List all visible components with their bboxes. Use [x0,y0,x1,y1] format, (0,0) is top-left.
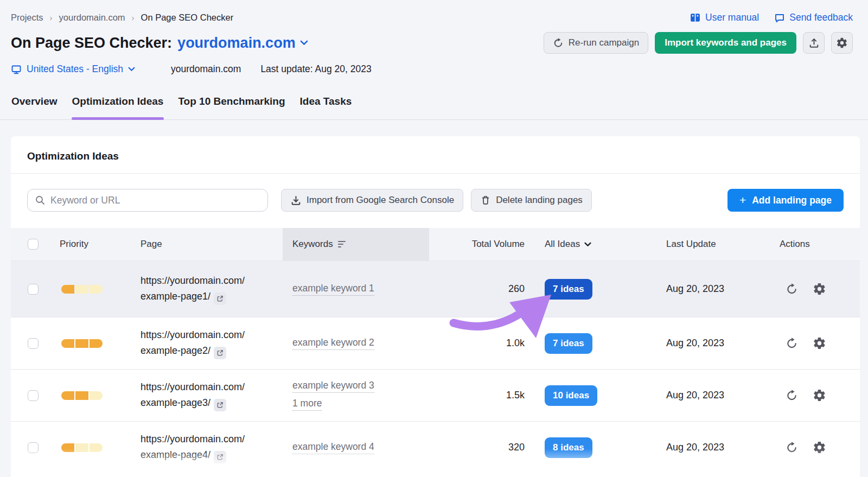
rerun-row-button[interactable] [786,441,798,454]
locale-label: United States - English [27,63,123,75]
table-row: https://yourdomain.com/ example-page2/ e… [11,317,860,369]
external-link-icon[interactable] [214,292,226,305]
priority-bar [61,443,103,452]
settings-button[interactable] [831,32,853,54]
external-link-icon[interactable] [214,451,226,463]
breadcrumb-current: On Page SEO Checker [141,12,234,23]
locale-dropdown[interactable]: United States - English [11,63,135,75]
gear-icon [813,282,826,296]
keyword-link[interactable]: example keyword 4 [292,441,374,454]
export-button[interactable] [803,32,825,54]
keyword-link[interactable]: example keyword 2 [292,337,374,350]
tab-bar: Overview Optimization Ideas Top 10 Bench… [0,92,868,120]
ideas-button[interactable]: 8 ideas [545,437,592,458]
row-settings-button[interactable] [813,336,826,350]
refresh-icon [786,389,798,402]
delete-landing-pages-label: Delete landing pages [496,195,583,206]
breadcrumb: Projects › yourdomain.com › On Page SEO … [11,12,233,23]
import-keywords-button[interactable]: Import keywords and pages [655,32,796,54]
last-update-value: Aug 20, 2023 [666,338,724,349]
rerun-row-button[interactable] [786,283,798,295]
user-manual-link[interactable]: User manual [690,12,759,23]
page-url: https://yourdomain.com/ example-page1/ [141,273,245,305]
priority-bar [61,339,103,348]
col-keywords-sort[interactable]: Keywords [283,228,429,260]
row-settings-button[interactable] [813,282,826,296]
breadcrumb-separator-icon: › [132,13,135,22]
table-header: Priority Page Keywords Total Volume All … [11,228,860,260]
user-manual-label: User manual [705,12,759,23]
search-input[interactable] [50,195,260,206]
refresh-icon [786,283,798,295]
last-update-value: Aug 20, 2023 [666,442,724,453]
send-feedback-link[interactable]: Send feedback [774,12,853,23]
import-gsc-button[interactable]: Import from Google Search Console [281,189,463,212]
optimization-ideas-card: Optimization Ideas Import from Google Se… [11,136,860,477]
chevron-down-icon [300,40,308,46]
tab-optimization-ideas[interactable]: Optimization Ideas [72,92,164,119]
col-last-update: Last Update [666,228,765,260]
col-priority: Priority [60,228,141,260]
priority-bar [61,391,103,400]
rerun-row-button[interactable] [786,389,798,402]
row-settings-button[interactable] [813,389,826,402]
sort-icon [338,241,346,248]
row-checkbox[interactable] [28,284,39,295]
total-volume-value: 1.0k [506,338,525,349]
rerun-row-button[interactable] [786,337,798,349]
ideas-button[interactable]: 7 ideas [545,279,592,300]
row-checkbox[interactable] [28,442,39,453]
breadcrumb-projects[interactable]: Projects [11,12,43,23]
campaign-domain-label: yourdomain.com [177,35,296,52]
page-url: https://yourdomain.com/ example-page4/ [141,431,245,463]
total-volume-value: 260 [508,283,525,295]
delete-landing-pages-button[interactable]: Delete landing pages [471,189,592,212]
row-checkbox[interactable] [28,390,39,401]
card-toolbar: Import from Google Search Console Delete… [11,174,860,212]
col-total-volume: Total Volume [429,228,525,260]
select-all-checkbox[interactable] [28,239,39,250]
total-volume-value: 320 [508,442,525,453]
tab-idea-tasks[interactable]: Idea Tasks [299,92,353,119]
trash-icon [480,195,491,206]
row-settings-button[interactable] [813,441,826,454]
gear-icon [813,441,826,454]
add-landing-page-button[interactable]: + Add landing page [727,189,844,212]
card-title: Optimization Ideas [11,136,860,174]
page-header: Projects › yourdomain.com › On Page SEO … [0,0,868,75]
keyword-link[interactable]: example keyword 3 [292,380,374,393]
ideas-button[interactable]: 10 ideas [545,385,597,406]
add-landing-page-label: Add landing page [752,195,832,206]
row-checkbox[interactable] [28,338,39,349]
refresh-icon [553,37,564,48]
rerun-campaign-button[interactable]: Re-run campaign [544,32,648,54]
refresh-icon [786,441,798,454]
download-icon [290,195,302,206]
last-update-text: Last update: Aug 20, 2023 [260,63,371,75]
page-title: On Page SEO Checker: yourdomain.com [11,35,308,52]
search-icon [35,195,45,205]
campaign-domain-dropdown[interactable]: yourdomain.com [177,35,308,52]
page-url: https://yourdomain.com/ example-page3/ [141,379,245,411]
more-keywords-link[interactable]: 1 more [292,398,322,411]
monitor-icon [11,64,22,75]
keyword-link[interactable]: example keyword 1 [292,283,374,296]
page-url: https://yourdomain.com/ example-page2/ [141,327,245,359]
refresh-icon [786,337,798,349]
external-link-icon[interactable] [214,399,226,411]
campaign-domain-text: yourdomain.com [171,63,241,75]
table-row: https://yourdomain.com/ example-page4/ e… [11,421,860,473]
ideas-table: Priority Page Keywords Total Volume All … [11,228,860,473]
table-row: https://yourdomain.com/ example-page3/ e… [11,369,860,421]
ideas-button[interactable]: 7 ideas [545,333,592,354]
last-update-value: Aug 20, 2023 [666,390,724,401]
gear-icon [836,37,848,49]
external-link-icon[interactable] [214,347,226,359]
chevron-down-icon [128,67,135,72]
all-ideas-filter[interactable]: All Ideas [545,239,591,250]
breadcrumb-domain[interactable]: yourdomain.com [59,12,125,23]
tab-overview[interactable]: Overview [11,92,58,119]
plus-icon: + [739,194,746,206]
chevron-down-icon [584,242,591,247]
tab-top-10-benchmarking[interactable]: Top 10 Benchmarking [177,92,285,119]
